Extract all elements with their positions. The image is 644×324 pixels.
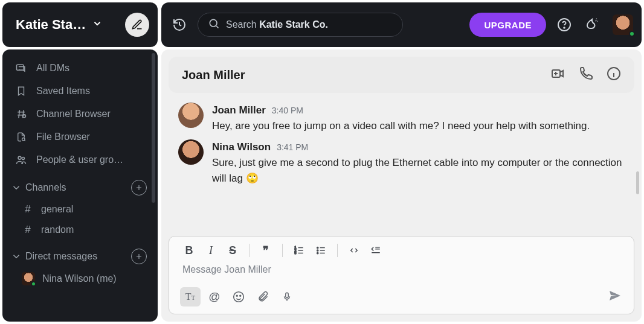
svg-point-1 (23, 115, 26, 118)
help-button[interactable] (555, 15, 574, 34)
channel-name: general (41, 204, 73, 215)
send-button[interactable] (607, 288, 623, 305)
svg-point-3 (18, 156, 21, 159)
nav-label: All DMs (36, 63, 69, 74)
add-video-button[interactable] (550, 66, 565, 83)
call-button[interactable] (579, 66, 593, 83)
message[interactable]: Joan Miller 3:40 PM Hey, are you free to… (178, 100, 625, 137)
svg-point-15 (317, 252, 318, 253)
nav-label: Channel Browser (36, 109, 111, 119)
info-button[interactable] (607, 66, 621, 83)
dm-name: Nina Wilson (me) (42, 273, 117, 284)
italic-button[interactable]: I (202, 243, 220, 258)
workspace-header: Katie Sta… (2, 2, 158, 47)
message-time: 3:40 PM (272, 104, 303, 118)
emoji-button[interactable] (228, 287, 249, 307)
quote-button[interactable]: ❞ (257, 243, 275, 258)
message-text: Hey, are you free to jump on a video cal… (212, 118, 625, 134)
message-author: Joan Miller (212, 103, 266, 118)
history-button[interactable] (170, 15, 189, 34)
svg-point-4 (22, 157, 24, 159)
user-avatar[interactable] (613, 14, 633, 35)
svg-point-13 (317, 247, 318, 248)
people-icon (14, 153, 28, 167)
dm-nina-wilson[interactable]: Nina Wilson (me) (2, 268, 158, 290)
svg-point-7 (564, 27, 565, 28)
sidebar: Katie Sta… All DMs Saved Items (2, 2, 158, 322)
nav-label: File Browser (36, 132, 90, 142)
add-channel-button[interactable] (131, 180, 147, 195)
toggle-formatting-button[interactable]: TT (180, 287, 201, 307)
svg-point-17 (236, 295, 237, 296)
topbar: Search Katie Stark Co. UPGRADE (161, 2, 642, 47)
message-time: 3:41 PM (277, 141, 308, 154)
audio-button[interactable] (277, 287, 297, 307)
conversation-actions (550, 66, 621, 83)
svg-point-5 (210, 19, 217, 27)
chevron-down-icon (92, 18, 103, 31)
whats-new-button[interactable] (582, 15, 602, 34)
channel-general[interactable]: # general (2, 199, 158, 220)
compose-button[interactable] (125, 13, 149, 37)
message-list: Joan Miller 3:40 PM Hey, are you free to… (161, 93, 642, 236)
codeblock-button[interactable] (367, 243, 385, 258)
presence-active-icon (31, 281, 36, 287)
message-text: Sure, just give me a second to plug the … (212, 155, 625, 187)
search-prefix: Search (226, 19, 259, 30)
nav-saved-items[interactable]: Saved Items (2, 80, 158, 103)
message-input[interactable]: Message Joan Miller (169, 261, 634, 284)
nav-label: Saved Items (36, 86, 90, 97)
divider (249, 244, 250, 257)
divider (282, 244, 283, 257)
dm-toggle[interactable]: Direct messages (11, 251, 97, 262)
ordered-list-button[interactable]: 123 (290, 243, 308, 258)
avatar (178, 103, 204, 128)
code-button[interactable] (345, 243, 363, 258)
bullet-list-button[interactable] (312, 243, 330, 258)
avatar (22, 272, 35, 285)
mention-button[interactable]: @ (204, 287, 225, 307)
workspace-name: Katie Sta… (16, 17, 86, 33)
search-placeholder: Search Katie Stark Co. (226, 19, 328, 30)
composer-footer: TT @ (169, 284, 634, 314)
bookmark-icon (14, 84, 28, 98)
main: Search Katie Stark Co. UPGRADE Joan Mill… (161, 2, 642, 322)
svg-text:3: 3 (295, 251, 297, 255)
strike-button[interactable]: S (224, 243, 242, 258)
section-title: Channels (25, 182, 66, 193)
add-dm-button[interactable] (131, 249, 147, 264)
search-icon (208, 17, 220, 32)
search-workspace: Katie Stark Co. (259, 19, 328, 30)
hash-icon: # (22, 203, 34, 215)
nav-file-browser[interactable]: File Browser (2, 125, 158, 148)
svg-point-16 (234, 292, 244, 302)
message[interactable]: Nina Wilson 3:41 PM Sure, just give me a… (178, 137, 625, 189)
nav-label: People & user gro… (36, 154, 123, 165)
channels-toggle[interactable]: Channels (11, 182, 66, 193)
messages-scrollbar[interactable] (636, 171, 639, 194)
nav-people[interactable]: People & user gro… (2, 148, 158, 171)
sidebar-scrollbar[interactable] (152, 53, 155, 203)
svg-point-14 (317, 250, 318, 251)
upgrade-button[interactable]: UPGRADE (469, 13, 546, 37)
section-title: Direct messages (25, 251, 97, 262)
channel-random[interactable]: # random (2, 220, 158, 240)
avatar (178, 139, 204, 165)
composer: B I S ❞ 123 (169, 236, 634, 314)
attach-button[interactable] (253, 287, 273, 307)
nav-all-dms[interactable]: All DMs (2, 57, 158, 80)
all-dms-icon (14, 62, 28, 75)
message-placeholder: Message Joan Miller (182, 264, 271, 275)
conversation-title: Joan Miller (182, 68, 245, 82)
message-body: Nina Wilson 3:41 PM Sure, just give me a… (212, 139, 625, 187)
workspace-switcher[interactable]: Katie Sta… (16, 17, 103, 33)
bold-button[interactable]: B (180, 243, 198, 258)
search-input[interactable]: Search Katie Stark Co. (198, 13, 403, 37)
format-toolbar: B I S ❞ 123 (169, 237, 634, 261)
channel-name: random (41, 224, 74, 235)
nav-channel-browser[interactable]: Channel Browser (2, 103, 158, 125)
message-author: Nina Wilson (212, 139, 271, 155)
svg-point-18 (240, 295, 241, 296)
hash-icon: # (22, 224, 34, 236)
channel-browser-icon (14, 107, 28, 121)
